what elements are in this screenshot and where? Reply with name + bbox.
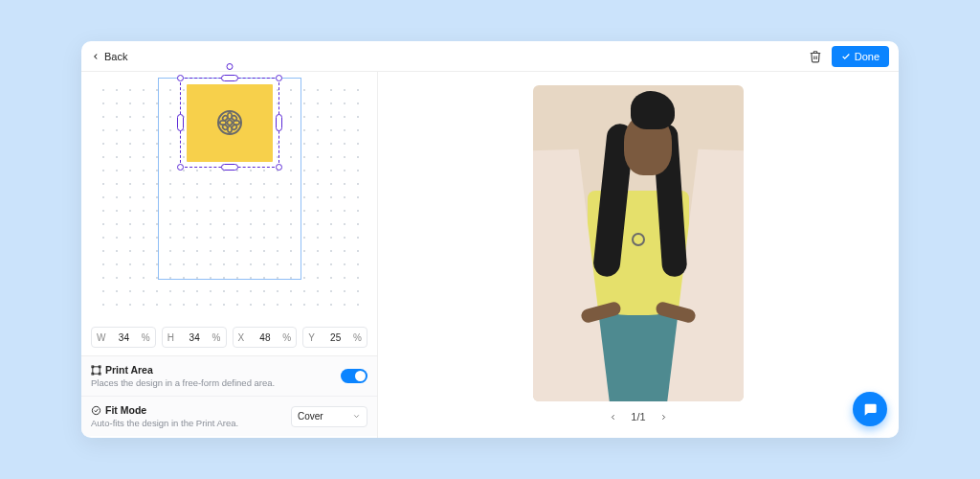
x-suffix: % (282, 332, 291, 343)
fit-icon (91, 405, 101, 416)
svg-point-14 (92, 406, 100, 414)
settings-section: Print Area Places the design in a free-f… (81, 355, 377, 436)
resize-handle-n[interactable] (221, 75, 238, 81)
resize-handle-nw[interactable] (177, 75, 184, 81)
pager-display: 1/1 (631, 411, 645, 422)
check-icon (841, 52, 851, 61)
y-label: Y (308, 332, 318, 343)
chevron-down-icon (352, 412, 361, 421)
done-button[interactable]: Done (832, 46, 889, 67)
y-field[interactable]: Y % (302, 327, 368, 348)
print-area-row: Print Area Places the design in a free-f… (81, 356, 377, 396)
selected-artwork (187, 84, 273, 162)
svg-point-5 (222, 115, 229, 122)
chat-icon (862, 401, 878, 417)
resize-handle-s[interactable] (221, 164, 238, 171)
x-label: X (238, 332, 248, 343)
print-area-subtitle: Places the design in a free-form defined… (91, 377, 341, 388)
pager-prev[interactable] (608, 412, 617, 422)
dimensions-row: W % H % X % Y % (81, 323, 377, 355)
product-preview (533, 85, 744, 401)
design-selection[interactable] (180, 78, 279, 168)
width-suffix: % (142, 332, 150, 343)
flower-graphic (217, 110, 242, 135)
svg-point-0 (227, 121, 232, 125)
width-field[interactable]: W % (91, 327, 156, 348)
svg-point-7 (231, 115, 237, 122)
back-button[interactable]: Back (91, 51, 127, 62)
svg-point-6 (231, 125, 237, 131)
done-label: Done (855, 51, 880, 62)
width-label: W (97, 332, 106, 343)
design-canvas[interactable] (91, 78, 368, 315)
x-input[interactable] (248, 332, 283, 343)
trash-icon[interactable] (809, 50, 822, 63)
fit-mode-select[interactable]: Cover (291, 406, 368, 427)
fit-mode-subtitle: Auto-fits the design in the Print Area. (91, 418, 291, 428)
resize-handle-sw[interactable] (177, 164, 184, 171)
svg-point-8 (222, 125, 229, 131)
fit-mode-row: Fit Mode Auto-fits the design in the Pri… (81, 396, 377, 436)
bounding-box-icon (91, 365, 101, 376)
print-area-title: Print Area (105, 364, 153, 376)
app-window: Back Done (81, 41, 899, 438)
chat-fab[interactable] (853, 392, 887, 426)
pager-next[interactable] (659, 412, 669, 422)
preview-pager: 1/1 (608, 411, 668, 422)
height-suffix: % (212, 332, 221, 343)
preview-panel: 1/1 (378, 72, 899, 438)
rotate-handle[interactable] (226, 63, 233, 70)
header-bar: Back Done (81, 41, 899, 72)
resize-handle-w[interactable] (177, 114, 184, 131)
print-area-toggle[interactable] (341, 369, 368, 383)
height-input[interactable] (177, 332, 212, 343)
resize-handle-e[interactable] (276, 114, 282, 131)
fit-mode-title: Fit Mode (105, 404, 146, 416)
left-panel: W % H % X % Y % (81, 72, 378, 438)
chevron-left-icon (609, 413, 617, 422)
fit-mode-value: Cover (298, 411, 323, 422)
x-field[interactable]: X % (233, 327, 298, 348)
chevron-right-icon (659, 413, 668, 422)
back-label: Back (104, 51, 127, 62)
height-field[interactable]: H % (162, 327, 227, 348)
y-input[interactable] (318, 332, 353, 343)
height-label: H (167, 332, 177, 343)
chevron-left-icon (91, 52, 100, 61)
width-input[interactable] (106, 332, 142, 343)
y-suffix: % (353, 332, 362, 343)
